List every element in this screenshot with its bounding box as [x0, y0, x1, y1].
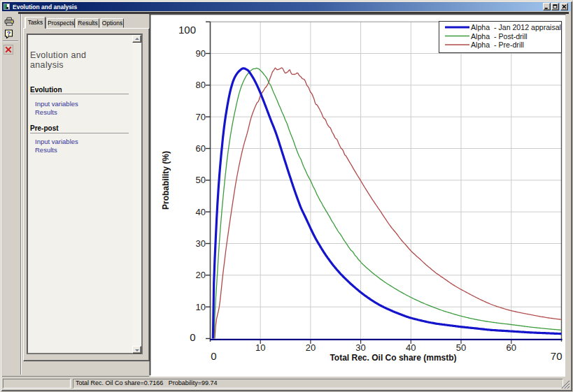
svg-text:70: 70 — [196, 112, 206, 122]
svg-text:Total Rec. Oil Co share (mmstb: Total Rec. Oil Co share (mmstb) — [330, 353, 456, 363]
svg-text:10: 10 — [255, 342, 265, 353]
svg-text:20: 20 — [196, 270, 206, 280]
svg-text:40: 40 — [406, 342, 416, 353]
svg-text:10: 10 — [196, 302, 206, 312]
svg-text:Probability (%): Probability (%) — [161, 151, 171, 210]
svg-text:30: 30 — [355, 342, 365, 353]
svg-text:100: 100 — [178, 24, 196, 36]
svg-text:80: 80 — [196, 80, 206, 90]
svg-text:30: 30 — [196, 238, 206, 249]
svg-text:50: 50 — [196, 175, 206, 185]
svg-text:40: 40 — [196, 207, 206, 217]
svg-text:0: 0 — [211, 350, 216, 362]
svg-text:70: 70 — [551, 350, 563, 362]
svg-text:20: 20 — [306, 342, 316, 353]
svg-text:0: 0 — [190, 331, 195, 343]
svg-text:50: 50 — [456, 342, 466, 353]
svg-text:60: 60 — [196, 143, 206, 154]
svg-text:90: 90 — [196, 48, 206, 59]
svg-text:Alpha - Jan 2012 appraisal: Alpha - Jan 2012 appraisal — [471, 23, 561, 31]
svg-text:Alpha - Pre-drill: Alpha - Pre-drill — [471, 41, 524, 49]
svg-text:60: 60 — [507, 342, 516, 353]
svg-text:Alpha - Post-drill: Alpha - Post-drill — [471, 32, 528, 41]
